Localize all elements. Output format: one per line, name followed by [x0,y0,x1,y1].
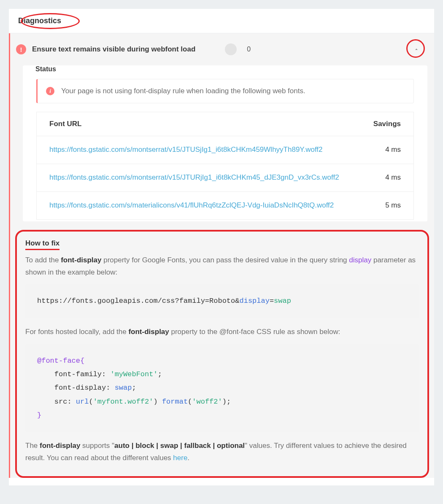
savings-value: 4 ms [359,136,414,164]
table-row: https://fonts.gstatic.com/s/montserrat/v… [37,164,414,191]
savings-value: 5 ms [359,191,414,219]
savings-value: 4 ms [359,164,414,191]
font-url-link[interactable]: https://fonts.gstatic.com/s/montserrat/v… [49,173,339,181]
table-row: https://fonts.gstatic.com/s/materialicon… [37,191,414,219]
warning-icon: ! [16,44,26,54]
score-value: 0 [247,46,251,53]
col-header-url: Font URL [37,112,359,136]
display-param-link[interactable]: display [349,256,371,264]
table-row: https://fonts.gstatic.com/s/montserrat/v… [37,136,414,164]
diagnostics-title: Diagnostics [18,16,61,25]
diagnostic-item-title: Ensure text remains visible during webfo… [32,45,195,54]
diagnostic-item-row[interactable]: ! Ensure text remains visible during web… [10,33,434,65]
font-url-link[interactable]: https://fonts.gstatic.com/s/materialicon… [49,201,334,209]
col-header-savings: Savings [359,112,414,136]
here-link[interactable]: here [173,454,187,462]
font-url-link[interactable]: https://fonts.gstatic.com/s/montserrat/v… [49,146,323,154]
score-indicator-icon [225,43,237,55]
status-message: Your page is not using font-display rule… [61,87,305,95]
howto-paragraph: For fonts hosted locally, add the font-d… [25,326,419,338]
code-example-fontface: @font-face{ font-family: 'myWebFont'; fo… [25,344,419,432]
code-example-url: https://fonts.googleapis.com/css?family=… [25,284,419,318]
info-icon: i [46,87,54,95]
status-label: Status [23,65,427,79]
howto-paragraph: The font-display supports "auto | block … [25,440,419,464]
how-to-fix-title: How to fix [25,239,59,250]
diagnostic-details: Status i Your page is not using font-dis… [23,65,427,221]
chevron-up-icon [413,46,419,52]
font-url-table: Font URL Savings https://fonts.gstatic.c… [36,112,414,220]
how-to-fix-box: How to fix To add the font-display prope… [15,230,429,478]
status-message-box: i Your page is not using font-display ru… [36,79,414,103]
diagnostics-header: Diagnostics [9,9,434,33]
collapse-button[interactable] [411,43,422,55]
howto-paragraph: To add the font-display property for Goo… [25,254,419,279]
